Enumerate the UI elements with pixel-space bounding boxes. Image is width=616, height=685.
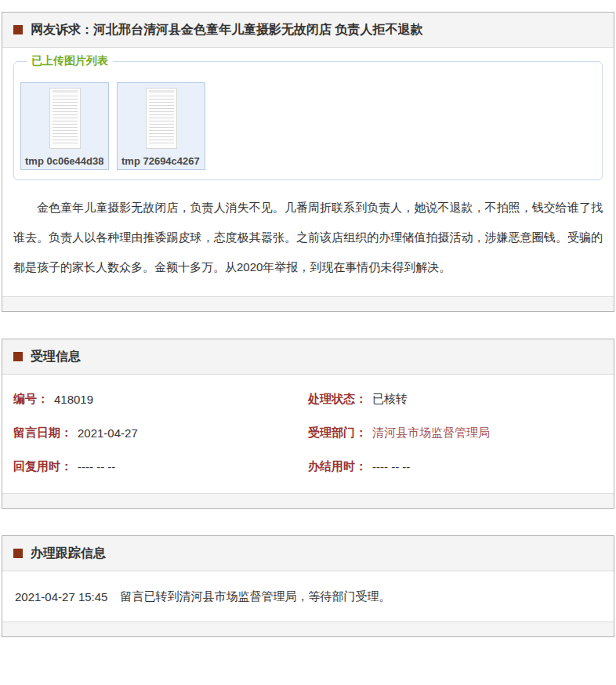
info-row: 编号： 418019 处理状态： 已核转 xyxy=(13,382,603,416)
field-completion-duration: 办结用时： ---- -- -- xyxy=(308,459,603,474)
field-reply-duration: 回复用时： ---- -- -- xyxy=(13,459,308,474)
field-label: 受理部门： xyxy=(308,426,367,440)
info-row: 留言日期： 2021-04-27 受理部门： 清河县市场监督管理局 xyxy=(13,416,603,450)
complaint-title: 网友诉求：河北邢台清河县金色童年儿童摄影无故闭店 负责人拒不退款 xyxy=(31,22,422,38)
acceptance-title: 受理信息 xyxy=(31,349,81,365)
acceptance-info-grid: 编号： 418019 处理状态： 已核转 留言日期： 2021-04-27 受理… xyxy=(2,375,614,493)
complaint-card-body: 已上传图片列表 tmp 0c06e44d38 tmp 72694c4267 金色… xyxy=(2,54,614,282)
department-link[interactable]: 清河县市场监督管理局 xyxy=(372,426,490,440)
thumbnail-filename: tmp 0c06e44d38 xyxy=(24,155,106,167)
field-value: ---- -- -- xyxy=(78,460,115,473)
tracking-title: 办理跟踪信息 xyxy=(31,545,106,562)
field-value: ---- -- -- xyxy=(372,460,410,473)
card-footer-bar xyxy=(2,296,614,311)
field-message-date: 留言日期： 2021-04-27 xyxy=(13,426,308,440)
field-case-number: 编号： 418019 xyxy=(13,392,308,407)
tracking-record-text: 留言已转到清河县市场监督管理局，等待部门受理。 xyxy=(120,589,390,604)
field-label: 编号： xyxy=(13,392,49,407)
section-bullet-icon xyxy=(13,25,23,34)
complaint-detail-page: 网友诉求：河北邢台清河县金色童年儿童摄影无故闭店 负责人拒不退款 已上传图片列表… xyxy=(0,0,616,637)
uploaded-image-thumbnail[interactable]: tmp 0c06e44d38 xyxy=(20,82,109,170)
section-bullet-icon xyxy=(13,549,23,558)
field-value: 2021-04-27 xyxy=(78,426,138,440)
tracking-card: 办理跟踪信息 2021-04-27 15:45 留言已转到清河县市场监督管理局，… xyxy=(2,535,614,637)
field-label: 回复用时： xyxy=(13,459,72,474)
field-process-status: 处理状态： 已核转 xyxy=(308,392,603,407)
acceptance-card: 受理信息 编号： 418019 处理状态： 已核转 留言日期： 2021-04-… xyxy=(2,339,614,509)
field-label: 处理状态： xyxy=(308,392,367,407)
thumbnail-filename: tmp 72694c4267 xyxy=(120,155,202,167)
chat-screenshot-image[interactable] xyxy=(146,88,177,149)
complaint-card-header: 网友诉求：河北邢台清河县金色童年儿童摄影无故闭店 负责人拒不退款 xyxy=(2,13,614,48)
field-label: 办结用时： xyxy=(308,459,367,474)
uploaded-images-legend: 已上传图片列表 xyxy=(27,54,113,68)
field-value: 418019 xyxy=(54,393,93,406)
uploaded-images-fieldset: 已上传图片列表 tmp 0c06e44d38 tmp 72694c4267 xyxy=(13,54,603,180)
uploaded-image-thumbnail[interactable]: tmp 72694c4267 xyxy=(117,82,205,170)
card-footer-bar xyxy=(2,622,614,636)
status-badge: 已核转 xyxy=(372,392,408,407)
tracking-record: 2021-04-27 15:45 留言已转到清河县市场监督管理局，等待部门受理。 xyxy=(2,571,614,622)
tracking-card-header: 办理跟踪信息 xyxy=(2,536,614,571)
chat-screenshot-image[interactable] xyxy=(49,88,81,149)
tracking-record-time: 2021-04-27 15:45 xyxy=(15,590,107,603)
complaint-card: 网友诉求：河北邢台清河县金色童年儿童摄影无故闭店 负责人拒不退款 已上传图片列表… xyxy=(2,12,614,312)
field-accepting-department: 受理部门： 清河县市场监督管理局 xyxy=(308,426,603,440)
complaint-body-text: 金色童年儿童摄影无故闭店，负责人消失不见。几番周折联系到负责人，她说不退款，不拍… xyxy=(13,193,603,282)
uploaded-images-list: tmp 0c06e44d38 tmp 72694c4267 xyxy=(20,82,596,170)
card-footer-bar xyxy=(2,493,614,508)
field-label: 留言日期： xyxy=(13,426,72,440)
info-row: 回复用时： ---- -- -- 办结用时： ---- -- -- xyxy=(13,450,603,484)
acceptance-card-header: 受理信息 xyxy=(2,339,614,375)
section-bullet-icon xyxy=(13,352,23,361)
